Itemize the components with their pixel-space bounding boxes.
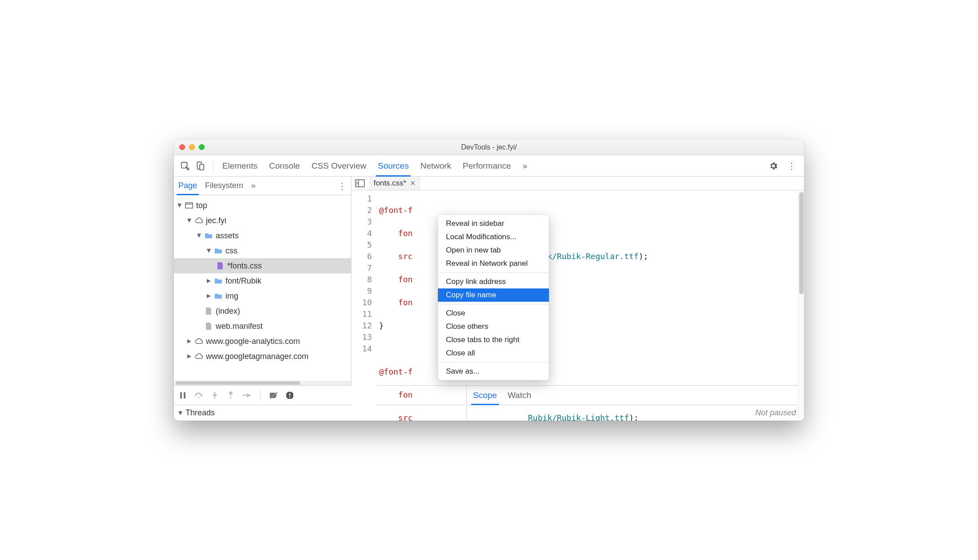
tab-network[interactable]: Network	[420, 155, 451, 176]
more-tabs-button[interactable]: »	[523, 155, 528, 176]
svg-point-15	[250, 394, 251, 396]
more-options-icon[interactable]: ⋮	[784, 161, 800, 171]
ctx-close-all[interactable]: Close all	[438, 347, 549, 360]
ctx-close-others[interactable]: Close others	[438, 320, 549, 333]
svg-rect-18	[289, 393, 290, 396]
ctx-separator	[438, 362, 549, 363]
tree-label: top	[196, 201, 207, 210]
tree-label: img	[225, 292, 238, 301]
tab-watch[interactable]: Watch	[508, 386, 531, 405]
frame-icon	[185, 201, 193, 210]
tab-css-overview[interactable]: CSS Overview	[312, 155, 367, 176]
window-title: DevTools - jec.fyi/	[174, 143, 804, 151]
folder-icon	[214, 292, 223, 300]
tree-top[interactable]: top	[174, 198, 351, 213]
navigator-tabs: Page Filesystem » ⋮	[174, 177, 351, 195]
deactivate-breakpoints-icon[interactable]	[269, 391, 278, 400]
disclosure-icon[interactable]	[177, 200, 182, 210]
svg-rect-8	[184, 392, 185, 398]
ctx-local-mods[interactable]: Local Modifications...	[438, 230, 549, 244]
disclosure-icon[interactable]	[206, 245, 211, 255]
tree-label: *fonts.css	[227, 261, 262, 271]
show-navigator-icon[interactable]	[355, 179, 365, 187]
navigator-tab-filesystem[interactable]: Filesystem	[205, 177, 243, 195]
tree-img[interactable]: img	[174, 288, 351, 304]
svg-point-13	[230, 397, 231, 398]
cloud-icon	[194, 337, 203, 346]
ctx-open-new-tab[interactable]: Open in new tab	[438, 244, 549, 257]
tree-assets[interactable]: assets	[174, 228, 351, 243]
cloud-icon	[194, 352, 203, 361]
tab-scope[interactable]: Scope	[473, 386, 497, 405]
disclosure-icon[interactable]	[177, 408, 183, 418]
separator	[260, 390, 260, 401]
tree-ga[interactable]: www.google-analytics.com	[174, 334, 351, 349]
disclosure-icon[interactable]	[206, 291, 211, 300]
devtools-window: DevTools - jec.fyi/ Elements Console CSS…	[174, 139, 804, 421]
file-tree[interactable]: top jec.fyi assets css	[174, 195, 351, 381]
tab-elements[interactable]: Elements	[222, 155, 257, 176]
disclosure-icon[interactable]	[186, 351, 192, 361]
step-into-icon[interactable]	[210, 391, 219, 400]
ctx-reveal-network[interactable]: Reveal in Network panel	[438, 257, 549, 270]
tree-label: css	[225, 246, 237, 256]
pause-on-exceptions-icon[interactable]	[285, 391, 294, 400]
tree-font-rubik[interactable]: font/Rubik	[174, 273, 351, 288]
tree-manifest[interactable]: web.manifest	[174, 319, 351, 334]
tree-label: (index)	[216, 307, 240, 316]
svg-rect-2	[200, 164, 204, 170]
code-editor[interactable]: 1 2 3 4 5 6 7 8 9 10 11 12 13 14 @font-f…	[351, 190, 804, 421]
step-out-icon[interactable]	[226, 391, 235, 400]
settings-icon[interactable]	[765, 161, 782, 171]
disclosure-icon[interactable]	[196, 230, 201, 240]
navigator-options-icon[interactable]: ⋮	[338, 181, 347, 191]
disclosure-icon[interactable]	[186, 336, 192, 346]
tab-console[interactable]: Console	[269, 155, 300, 176]
editor-vscroll[interactable]	[798, 190, 804, 421]
ctx-save-as[interactable]: Save as...	[438, 365, 549, 378]
tab-sources[interactable]: Sources	[378, 155, 409, 176]
titlebar: DevTools - jec.fyi/	[174, 139, 804, 155]
tree-gtm[interactable]: www.googletagmanager.com	[174, 349, 351, 364]
tree-site[interactable]: jec.fyi	[174, 213, 351, 228]
close-file-icon[interactable]: ✕	[410, 179, 416, 187]
svg-point-9	[198, 397, 199, 398]
tree-css[interactable]: css	[174, 243, 351, 258]
disclosure-icon[interactable]	[206, 276, 211, 285]
step-icon[interactable]	[242, 391, 251, 400]
file-icon	[204, 307, 213, 315]
tree-hscroll[interactable]	[174, 381, 351, 385]
ctx-copy-filename[interactable]: Copy file name	[438, 288, 549, 302]
tab-performance[interactable]: Performance	[463, 155, 511, 176]
ctx-close-right[interactable]: Close tabs to the right	[438, 333, 549, 347]
ctx-separator	[438, 272, 549, 273]
threads-label: Threads	[185, 408, 215, 418]
editor-pane: fonts.css* ✕ 1 2 3 4 5 6 7 8 9 10 11 1	[351, 177, 804, 385]
tree-label: jec.fyi	[206, 216, 226, 225]
ctx-close[interactable]: Close	[438, 307, 549, 320]
tree-label: font/Rubik	[225, 276, 261, 286]
line-gutter: 1 2 3 4 5 6 7 8 9 10 11 12 13 14	[351, 190, 376, 421]
navigator-tab-page[interactable]: Page	[178, 177, 197, 195]
ctx-copy-link[interactable]: Copy link address	[438, 275, 549, 288]
navigator-more[interactable]: »	[251, 177, 256, 195]
file-tab-fontscss[interactable]: fonts.css* ✕	[369, 177, 420, 190]
svg-point-11	[214, 397, 215, 398]
step-over-icon[interactable]	[194, 391, 203, 400]
device-toggle-icon[interactable]	[193, 159, 207, 173]
inspect-icon[interactable]	[178, 159, 192, 173]
file-tab-label: fonts.css*	[374, 179, 406, 188]
tree-label: www.google-analytics.com	[206, 337, 300, 346]
context-menu[interactable]: Reveal in sidebar Local Modifications...…	[438, 215, 549, 380]
tree-label: assets	[216, 231, 239, 241]
navigator-sidebar: Page Filesystem » ⋮ top jec.fyi	[174, 177, 351, 385]
tree-label: www.googletagmanager.com	[206, 352, 308, 361]
cloud-icon	[194, 216, 203, 225]
tree-index[interactable]: (index)	[174, 304, 351, 319]
disclosure-icon[interactable]	[186, 215, 192, 225]
tree-fontscss[interactable]: *fonts.css	[174, 258, 351, 273]
svg-rect-19	[289, 397, 290, 398]
pause-icon[interactable]	[178, 391, 187, 400]
ctx-reveal-sidebar[interactable]: Reveal in sidebar	[438, 217, 549, 230]
separator	[213, 160, 213, 172]
